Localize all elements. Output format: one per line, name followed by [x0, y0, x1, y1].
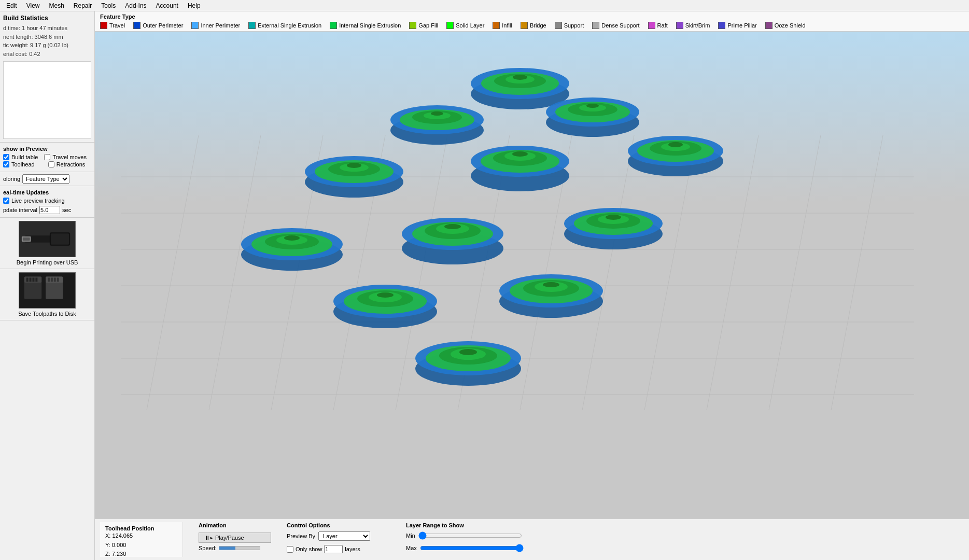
swatch-support [555, 22, 562, 29]
coloring-row: oloring Feature Type Speed Temperature L… [0, 172, 94, 186]
legend-item-gap-fill: Gap Fill [409, 22, 438, 29]
max-label: Max [406, 545, 417, 551]
coloring-select[interactable]: Feature Type Speed Temperature Layer [22, 174, 69, 184]
svg-rect-10 [30, 277, 32, 282]
update-interval-input[interactable] [39, 206, 60, 214]
build-stats-title: Build Statistics [3, 15, 91, 22]
swatch-int-single [330, 22, 337, 29]
control-options-section: Control Options Preview By Layer Feature… [287, 522, 390, 557]
svg-point-56 [586, 104, 599, 108]
swatch-inner-perimeter [191, 22, 199, 29]
label-build-table: Build table [11, 154, 38, 160]
label-skirt-brim: Skirt/Brim [685, 22, 710, 29]
speed-bar[interactable] [219, 546, 260, 550]
label-live-preview: Live preview tracking [11, 198, 65, 204]
speed-fill [219, 547, 235, 550]
sd-save-button[interactable]: Save Toolpaths to Disk [0, 269, 94, 320]
label-travel-moves: Travel moves [52, 154, 87, 160]
checkbox-travel-moves[interactable] [44, 154, 50, 160]
checkbox-build-table[interactable] [3, 154, 9, 160]
legend-item-dense-support: Dense Support [592, 22, 639, 29]
label-inner-perimeter: Inner Perimeter [201, 22, 240, 29]
max-range-slider[interactable] [420, 544, 524, 552]
swatch-raft [648, 22, 655, 29]
svg-rect-18 [57, 277, 59, 282]
coloring-label: oloring [3, 176, 20, 182]
menu-edit[interactable]: Edit [2, 1, 21, 10]
label-solid-layer: Solid Layer [456, 22, 484, 29]
usb-image [19, 221, 76, 257]
checkbox-retractions[interactable] [48, 161, 54, 167]
swatch-prime-pillar [718, 22, 725, 29]
legend-item-travel: Travel [100, 22, 125, 29]
menu-help[interactable]: Help [184, 1, 205, 10]
speed-label: Speed: [199, 545, 217, 551]
label-ooze-shield: Ooze Shield [775, 22, 806, 29]
svg-point-80 [284, 235, 300, 241]
toolhead-x: X: 124.065 [105, 531, 177, 541]
swatch-ooze-shield [765, 22, 773, 29]
label-travel: Travel [109, 22, 125, 29]
speed-row: Speed: [199, 545, 271, 551]
swatch-gap-fill [409, 22, 416, 29]
label-bridge: Bridge [530, 22, 546, 29]
only-show-checkbox[interactable] [287, 546, 293, 553]
svg-rect-16 [51, 277, 53, 282]
label-support: Support [564, 22, 584, 29]
legend-item-raft: Raft [648, 22, 668, 29]
min-range-slider[interactable] [418, 531, 522, 540]
only-show-row: Only show layers [287, 545, 390, 553]
checkbox-live-preview[interactable] [3, 198, 9, 204]
legend-item-bridge: Bridge [521, 22, 546, 29]
svg-rect-3 [51, 233, 69, 245]
update-interval-label: pdate interval [3, 207, 37, 213]
toolhead-y: Y: 0.000 [105, 541, 177, 550]
play-pause-button[interactable]: ⏸▶ Play/Pause [199, 533, 271, 543]
legend-item-solid-layer: Solid Layer [446, 22, 484, 29]
menu-view[interactable]: View [22, 1, 44, 10]
menu-account[interactable]: Account [152, 1, 182, 10]
preview-by-label: Preview By [287, 533, 315, 539]
bottom-toolbar: Toolhead Position X: 124.065 Y: 0.000 Z:… [95, 519, 969, 560]
build-stats: Build Statistics d time: 1 hour 47 minut… [0, 11, 94, 143]
svg-point-86 [444, 224, 461, 229]
left-panel: Build Statistics d time: 1 hour 47 minut… [0, 11, 95, 560]
svg-point-68 [512, 151, 528, 157]
layer-range-title: Layer Range to Show [406, 522, 536, 528]
legend-item-ooze-shield: Ooze Shield [765, 22, 806, 29]
svg-point-44 [513, 75, 527, 80]
usb-print-button[interactable]: Begin Printing over USB [0, 218, 94, 269]
label-raft: Raft [657, 22, 668, 29]
label-retractions: Retractions [57, 161, 86, 167]
only-show-input[interactable] [324, 545, 343, 553]
build-stats-weight: tic weight: 9.17 g (0.02 lb) [3, 41, 91, 50]
svg-point-50 [431, 111, 443, 116]
max-range-row: Max [406, 544, 536, 552]
viewport[interactable]: Preview Mode [95, 32, 969, 519]
swatch-infill [493, 22, 500, 29]
legend-item-prime-pillar: Prime Pillar [718, 22, 756, 29]
update-interval-unit: sec [62, 207, 71, 213]
menu-repair[interactable]: Repair [69, 1, 96, 10]
sd-button-label: Save Toolpaths to Disk [18, 311, 76, 317]
min-range-row: Min [406, 531, 536, 540]
swatch-skirt-brim [676, 22, 683, 29]
swatch-bridge [521, 22, 528, 29]
animation-section: Animation ⏸▶ Play/Pause Speed: [199, 522, 271, 557]
label-prime-pillar: Prime Pillar [727, 22, 756, 29]
preview-by-select[interactable]: Layer Feature Speed [318, 531, 370, 541]
svg-rect-9 [26, 277, 29, 282]
layer-range-section: Layer Range to Show Min Max [406, 522, 536, 557]
only-show-suffix: layers [345, 546, 360, 552]
svg-point-92 [606, 215, 621, 220]
checkbox-toolhead[interactable] [3, 161, 9, 167]
menu-tools[interactable]: Tools [97, 1, 120, 10]
only-show-label: Only show [296, 546, 322, 552]
legend-bar: Feature Type Travel Outer Perimeter Inne… [95, 11, 969, 32]
menu-mesh[interactable]: Mesh [45, 1, 68, 10]
svg-point-104 [543, 282, 559, 287]
menu-addins[interactable]: Add-Ins [121, 1, 150, 10]
grid-canvas [95, 32, 969, 519]
cb-row-toolhead: Toolhead Retractions [3, 161, 91, 167]
animation-title: Animation [199, 522, 271, 528]
